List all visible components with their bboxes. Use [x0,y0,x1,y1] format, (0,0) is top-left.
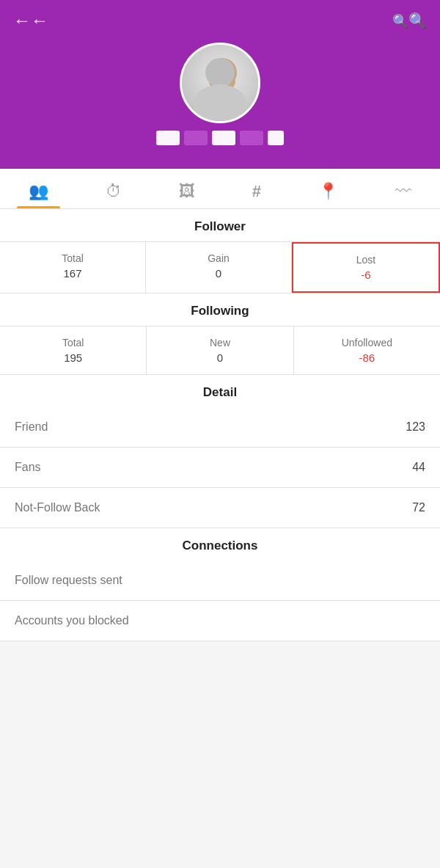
connections-row[interactable]: Follow requests sent [0,561,440,601]
connections-rows: Follow requests sent Accounts you blocke… [0,561,440,641]
tab-image[interactable]: 🖼 [167,176,207,208]
story-thumb[interactable] [212,131,235,145]
connections-row[interactable]: Accounts you blocked [0,601,440,641]
detail-value: 44 [412,461,425,474]
detail-label: Not-Follow Back [15,501,100,514]
svg-point-4 [209,71,235,92]
following-unfollowed-cell[interactable]: Unfollowed -86 [294,327,440,374]
follower-lost-label: Lost [356,254,375,266]
location-icon: 📍 [318,182,338,201]
follower-section: Follower Total 167 Gain 0 Lost -6 [0,209,440,293]
following-stats-grid: Total 195 New 0 Unfollowed -86 [0,326,440,375]
detail-value: 72 [412,501,425,514]
connections-section: Connections Follow requests sent Account… [0,528,440,641]
story-thumb[interactable] [184,131,208,145]
detail-label: Fans [15,461,41,474]
people-icon: 👥 [29,182,48,201]
follower-total-label: Total [62,252,84,264]
connections-section-title: Connections [0,528,440,561]
following-section-title: Following [0,293,440,326]
tab-history[interactable]: ⏱ [94,176,133,208]
tab-people[interactable]: 👥 [17,176,60,208]
detail-row[interactable]: Not-Follow Back 72 [0,488,440,528]
detail-value: 123 [406,420,425,434]
following-new-label: New [210,337,230,349]
following-total-label: Total [62,337,84,349]
tab-chart[interactable]: 〰 [384,176,423,208]
following-total-cell[interactable]: Total 195 [0,327,147,374]
following-unfollowed-value: -86 [359,351,375,364]
follower-section-title: Follower [0,209,440,241]
follower-lost-value: -6 [361,269,370,281]
follower-lost-cell[interactable]: Lost -6 [292,242,440,293]
chart-icon: 〰 [395,182,411,201]
follower-gain-value: 0 [216,267,221,280]
detail-row[interactable]: Friend 123 [0,407,440,448]
following-total-value: 195 [64,351,82,364]
detail-row[interactable]: Fans 44 [0,448,440,488]
search-button[interactable]: 🔍 [392,12,427,29]
follower-total-value: 167 [63,267,81,280]
story-thumb[interactable] [156,131,180,145]
content-area: Follower Total 167 Gain 0 Lost -6 Follow… [0,209,440,641]
tab-bar: 👥 ⏱ 🖼 # 📍 〰 [0,169,440,209]
detail-section: Detail Friend 123 Fans 44 Not-Follow Bac… [0,375,440,528]
connections-label: Accounts you blocked [15,614,129,627]
history-icon: ⏱ [106,182,122,201]
following-unfollowed-label: Unfollowed [342,337,392,349]
connections-label: Follow requests sent [15,574,122,587]
header: ← 🔍 [0,0,440,169]
tab-hashtag[interactable]: # [241,176,273,208]
tab-location[interactable]: 📍 [307,176,350,208]
svg-rect-1 [182,45,258,121]
avatar [180,43,260,123]
story-row [156,131,284,156]
avatar-image [182,45,258,121]
follower-gain-cell[interactable]: Gain 0 [146,242,292,293]
story-thumb[interactable] [240,131,263,145]
detail-section-title: Detail [0,375,440,407]
header-nav: ← 🔍 [0,0,440,41]
follower-stats-grid: Total 167 Gain 0 Lost -6 [0,241,440,293]
following-new-value: 0 [217,351,223,364]
detail-label: Friend [15,420,48,434]
detail-rows: Friend 123 Fans 44 Not-Follow Back 72 [0,407,440,528]
follower-gain-label: Gain [208,252,230,264]
following-new-cell[interactable]: New 0 [147,327,293,374]
following-section: Following Total 195 New 0 Unfollowed -86 [0,293,440,375]
svg-point-5 [200,91,244,121]
hash-icon: # [252,182,261,201]
image-icon: 🖼 [179,182,195,201]
story-thumb[interactable] [268,131,284,145]
follower-total-cell[interactable]: Total 167 [0,242,146,293]
svg-point-3 [199,90,246,121]
back-button[interactable]: ← [13,10,48,31]
